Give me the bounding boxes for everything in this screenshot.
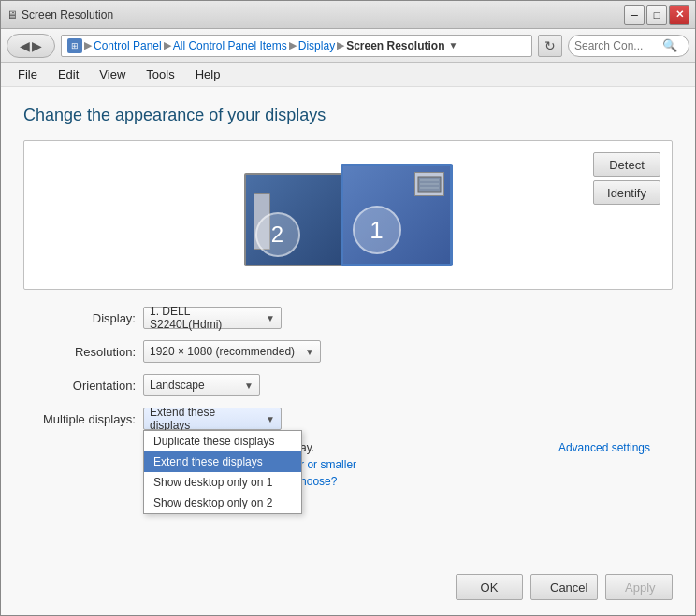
dropdown-item-duplicate[interactable]: Duplicate these displays [144,431,301,451]
display-select[interactable]: 1. DELL S2240L(Hdmi) ▼ [143,307,282,329]
breadcrumb-sep-2: ▶ [164,39,171,51]
title-bar-left: 🖥 Screen Resolution [7,8,113,21]
monitor-1[interactable]: 1 [341,164,453,266]
multiple-displays-select-wrapper: Extend these displays ▼ Duplicate these … [143,408,282,430]
display-value: 1. DELL S2240L(Hdmi) [150,305,258,331]
display-preview-area: 2 1 Detect [23,140,673,290]
dropdown-item-desktop-1[interactable]: Show desktop only on 1 [144,472,301,493]
minimize-button[interactable]: ─ [624,5,645,25]
form-section: Display: 1. DELL S2240L(Hdmi) ▼ Resoluti… [23,307,673,430]
screen-lines-icon [416,175,442,193]
menu-file[interactable]: File [8,65,47,83]
breadcrumb-icon: ⊞ [67,38,82,53]
maximize-button[interactable]: □ [646,5,667,25]
refresh-icon: ↻ [544,38,556,53]
resolution-label: Resolution: [23,345,136,359]
breadcrumb-all-items[interactable]: All Control Panel Items [173,39,287,52]
orientation-label: Orientation: [23,379,136,393]
menu-edit[interactable]: Edit [49,65,88,83]
display-label: Display: [23,311,136,325]
breadcrumb-dropdown-icon: ▼ [449,40,458,50]
orientation-row: Orientation: Landscape ▼ [23,374,673,396]
multiple-displays-dropdown: Duplicate these displays Extend these di… [143,430,302,514]
breadcrumb-sep-4: ▶ [337,39,344,51]
monitor-1-screen-icon [414,172,444,196]
dropdown-item-desktop-2[interactable]: Show desktop only on 2 [144,493,301,513]
main-content: Change the appearance of your displays 2 [1,87,695,615]
button-bar: OK Cancel Apply [456,574,673,600]
resolution-arrow-icon: ▼ [297,347,314,357]
monitor-1-number: 1 [353,206,401,254]
detect-identify-buttons: Detect Identify [593,152,660,205]
detect-button[interactable]: Detect [593,152,660,177]
title-bar: 🖥 Screen Resolution ─ □ ✕ [1,1,695,29]
dropdown-item-extend[interactable]: Extend these displays [144,451,301,472]
breadcrumb-control-panel[interactable]: Control Panel [94,39,162,52]
orientation-select[interactable]: Landscape ▼ [143,374,260,396]
monitor-2[interactable]: 2 [244,173,342,266]
breadcrumb-sep-3: ▶ [289,39,297,51]
menu-help[interactable]: Help [186,65,230,83]
breadcrumb-current: Screen Resolution [346,39,444,52]
apply-button[interactable]: Apply [605,574,673,600]
title-bar-controls: ─ □ ✕ [624,5,689,25]
display-arrow-icon: ▼ [258,313,275,323]
monitor-2-number: 2 [255,212,300,257]
resolution-row: Resolution: 1920 × 1080 (recommended) ▼ [23,340,673,363]
multiple-displays-value: Extend these displays [150,406,258,432]
make-text-link[interactable]: Make text and other items larger or smal… [23,458,673,471]
resolution-select[interactable]: 1920 × 1080 (recommended) ▼ [143,340,321,363]
display-row: Display: 1. DELL S2240L(Hdmi) ▼ [23,307,673,329]
search-icon: 🔍 [662,38,677,52]
orientation-value: Landscape [150,379,205,392]
monitors-container: 2 1 [244,164,453,266]
address-bar: ◀ ▶ ⊞ ▶ Control Panel ▶ All Control Pane… [1,29,695,63]
refresh-button[interactable]: ↻ [538,35,562,57]
orientation-arrow-icon: ▼ [237,380,254,391]
menu-view[interactable]: View [90,65,135,83]
main-window: 🖥 Screen Resolution ─ □ ✕ ◀ ▶ ⊞ ▶ Contro… [0,0,696,616]
multiple-displays-label: Multiple displays: [23,412,136,426]
search-box: 🔍 [568,35,689,57]
search-input[interactable] [574,39,659,52]
breadcrumb-sep-1: ▶ [84,39,92,51]
multiple-displays-row: Multiple displays: Extend these displays… [23,408,673,430]
multiple-displays-select[interactable]: Extend these displays ▼ [143,408,282,430]
close-button[interactable]: ✕ [669,5,689,25]
back-arrow-icon: ◀ [20,38,30,53]
forward-arrow-icon: ▶ [32,38,42,53]
back-forward-button[interactable]: ◀ ▶ [7,34,55,58]
breadcrumb: ⊞ ▶ Control Panel ▶ All Control Panel It… [61,35,532,57]
multiple-displays-arrow-icon: ▼ [258,414,275,424]
nav-buttons: ◀ ▶ [7,34,55,58]
menu-tools[interactable]: Tools [137,65,183,83]
page-title: Change the appearance of your displays [23,106,673,125]
breadcrumb-display[interactable]: Display [298,39,335,52]
advanced-settings-link[interactable]: Advanced settings [558,441,650,454]
ok-button[interactable]: OK [456,574,523,600]
resolution-value: 1920 × 1080 (recommended) [150,345,295,358]
what-display-link[interactable]: What display settings should I choose? [23,475,673,488]
info-row: This is currently your main display. Adv… [23,441,673,454]
menu-bar: File Edit View Tools Help [1,63,695,87]
window-icon: 🖥 [7,8,18,21]
window-title: Screen Resolution [22,8,113,21]
identify-button[interactable]: Identify [593,180,660,205]
cancel-button[interactable]: Cancel [530,574,598,600]
